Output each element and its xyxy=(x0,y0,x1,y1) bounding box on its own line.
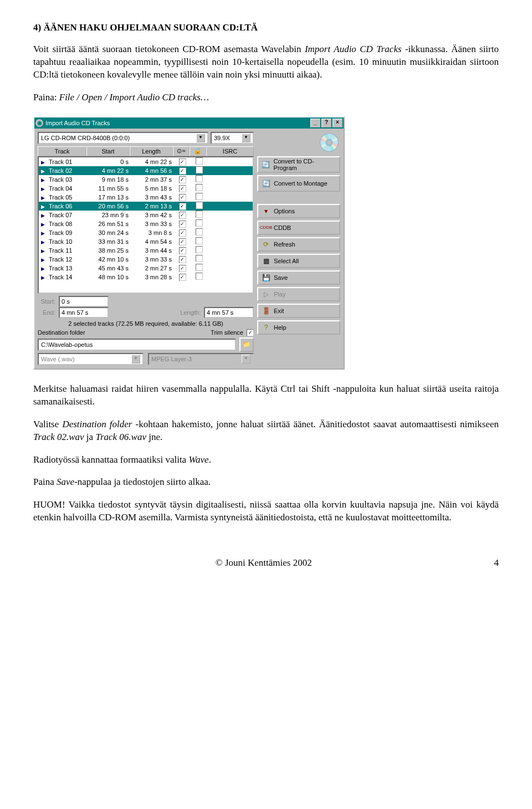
btn-label: Help xyxy=(274,324,287,331)
play-icon: ▶ xyxy=(41,266,45,272)
col-isrc[interactable]: ISRC xyxy=(206,146,254,156)
table-row[interactable]: ▶Track 0723 mn 9 s3 mn 42 s✓ xyxy=(39,211,253,219)
table-row[interactable]: ▶Track 010 s4 mn 22 s✓ xyxy=(39,157,253,166)
convert-icon: 🔄 xyxy=(262,160,270,169)
save-button[interactable]: 💾Save xyxy=(257,270,340,285)
p2-text-b: File / Open / Import Audio CD tracks… xyxy=(59,92,209,103)
copy-checkbox[interactable]: ✓ xyxy=(179,158,186,166)
play-button[interactable]: ▷Play xyxy=(257,287,340,301)
cddb-button[interactable]: CDDBCDDB xyxy=(257,221,340,235)
emph-checkbox[interactable] xyxy=(196,219,203,227)
col-track[interactable]: Track xyxy=(38,146,86,156)
play-icon: ▶ xyxy=(41,186,45,192)
browse-button[interactable]: 📁 xyxy=(239,337,254,352)
paragraph-2: Paina: File / Open / Import Audio CD tra… xyxy=(33,91,499,104)
start-input[interactable]: 0 s xyxy=(59,296,109,307)
copy-checkbox[interactable]: ✓ xyxy=(179,167,186,175)
table-row[interactable]: ▶Track 1138 mn 25 s3 mn 44 s✓ xyxy=(39,246,253,255)
track-name: Track 12 xyxy=(47,256,88,263)
emph-checkbox[interactable] xyxy=(196,193,203,200)
copy-checkbox[interactable]: ✓ xyxy=(179,203,186,210)
length-input[interactable]: 4 mn 57 s xyxy=(204,307,254,318)
emph-checkbox[interactable] xyxy=(196,175,203,182)
format-dropdown[interactable]: Wave (.wav) ▼ xyxy=(38,353,144,365)
help-panel-button[interactable]: ?Help xyxy=(257,320,340,335)
convert-to-montage-button[interactable]: 🔄Convert to Montage xyxy=(257,175,340,192)
close-button[interactable]: × xyxy=(332,119,342,127)
col-emph[interactable]: 🔒 xyxy=(190,146,206,156)
emph-checkbox[interactable] xyxy=(196,184,203,191)
table-row[interactable]: ▶Track 0517 mn 13 s3 mn 43 s✓ xyxy=(39,193,253,202)
dest-path-input[interactable]: C:\Wavelab-opetus xyxy=(38,339,236,351)
play-icon: ▶ xyxy=(41,248,45,254)
track-length: 2 mn 27 s xyxy=(131,265,174,272)
copy-checkbox[interactable]: ✓ xyxy=(179,229,186,237)
end-input[interactable]: 4 mn 57 s xyxy=(59,307,109,318)
p5-a: Radiotyössä kannattaa formaatiksi valita xyxy=(33,454,188,465)
select-all-button[interactable]: ▦Select All xyxy=(257,254,340,268)
emph-checkbox[interactable] xyxy=(196,211,203,218)
copy-checkbox[interactable]: ✓ xyxy=(179,247,186,254)
table-row[interactable]: ▶Track 1033 mn 31 s4 mn 54 s✓ xyxy=(39,237,253,246)
copy-checkbox[interactable]: ✓ xyxy=(179,238,186,245)
drive-dropdown[interactable]: LG CD-ROM CRD-8400B (0:0:0) ▼ xyxy=(38,132,208,144)
convert-to-cd-program-button[interactable]: 🔄Convert to CD-Program xyxy=(257,156,340,173)
track-name: Track 14 xyxy=(47,274,88,280)
minimize-button[interactable]: _ xyxy=(310,119,320,127)
play-icon: ▶ xyxy=(41,222,45,227)
copy-checkbox[interactable]: ✓ xyxy=(179,212,186,219)
table-row[interactable]: ▶Track 0411 mn 55 s5 mn 18 s✓ xyxy=(39,184,253,193)
table-row[interactable]: ▶Track 0826 mn 51 s3 mn 33 s✓ xyxy=(39,219,253,228)
paragraph-7: HUOM! Vaikka tiedostot syntyvät täysin d… xyxy=(33,499,499,524)
titlebar[interactable]: ◉ Import Audio CD Tracks _ ? × xyxy=(34,117,344,129)
track-start: 42 mn 10 s xyxy=(88,256,131,263)
emph-checkbox[interactable] xyxy=(196,246,203,253)
track-name: Track 07 xyxy=(47,212,88,218)
col-copy[interactable]: ⊙≈ xyxy=(173,146,190,156)
emph-checkbox[interactable] xyxy=(196,273,203,280)
emph-checkbox[interactable] xyxy=(196,237,203,244)
emph-checkbox[interactable] xyxy=(196,255,203,262)
copy-checkbox[interactable]: ✓ xyxy=(179,256,186,263)
options-button[interactable]: ▾Options xyxy=(257,204,340,218)
copy-checkbox[interactable]: ✓ xyxy=(179,274,186,281)
table-row[interactable]: ▶Track 0620 mn 56 s2 mn 13 s✓ xyxy=(39,202,253,211)
track-length: 3 mn 42 s xyxy=(131,212,174,218)
p4-b: Destination folder xyxy=(62,419,132,429)
track-list[interactable]: ▶Track 010 s4 mn 22 s✓▶Track 024 mn 22 s… xyxy=(38,156,254,294)
copy-checkbox[interactable]: ✓ xyxy=(179,185,186,192)
col-length[interactable]: Length xyxy=(130,146,173,156)
table-row[interactable]: ▶Track 039 mn 18 s2 mn 37 s✓ xyxy=(39,175,253,184)
refresh-button[interactable]: ⟳Refresh xyxy=(257,237,340,252)
col-start[interactable]: Start xyxy=(86,146,130,156)
speed-dropdown[interactable]: 39.9X ▼ xyxy=(211,132,254,144)
p1-text-b: Import Audio CD Tracks xyxy=(305,44,402,54)
copy-checkbox[interactable]: ✓ xyxy=(179,194,186,201)
btn-label: Play xyxy=(274,291,285,298)
track-start: 4 mn 22 s xyxy=(88,167,131,174)
table-row[interactable]: ▶Track 1242 mn 10 s3 mn 33 s✓ xyxy=(39,255,253,264)
emph-checkbox[interactable] xyxy=(196,157,203,165)
track-length: 3 mn 33 s xyxy=(131,256,174,263)
exit-button[interactable]: 🚪Exit xyxy=(257,304,340,318)
p5-b: Wave xyxy=(188,454,208,465)
table-row[interactable]: ▶Track 024 mn 22 s4 mn 56 s✓ xyxy=(39,166,253,175)
emph-checkbox[interactable] xyxy=(196,264,203,271)
copy-checkbox[interactable]: ✓ xyxy=(179,265,186,272)
copy-checkbox[interactable]: ✓ xyxy=(179,221,186,228)
help-button[interactable]: ? xyxy=(321,119,331,127)
table-row[interactable]: ▶Track 1345 mn 43 s2 mn 27 s✓ xyxy=(39,264,253,273)
emph-checkbox[interactable] xyxy=(196,166,203,173)
copy-checkbox[interactable]: ✓ xyxy=(179,176,186,183)
end-label: End: xyxy=(38,309,55,316)
dest-label: Destination folder xyxy=(38,329,85,336)
trim-checkbox[interactable]: ✓ xyxy=(247,329,254,336)
play-icon: ▶ xyxy=(41,231,45,236)
table-row[interactable]: ▶Track 0930 mn 24 s3 mn 8 s✓ xyxy=(39,228,253,237)
p6-c: -nappulaa ja tiedostojen siirto alkaa. xyxy=(74,477,211,487)
emph-checkbox[interactable] xyxy=(196,228,203,235)
table-row[interactable]: ▶Track 1448 mn 10 s3 mn 28 s✓ xyxy=(39,273,253,281)
cddb-icon: CDDB xyxy=(262,223,270,232)
emph-checkbox[interactable] xyxy=(196,202,203,209)
window-title: Import Audio CD Tracks xyxy=(45,120,110,126)
